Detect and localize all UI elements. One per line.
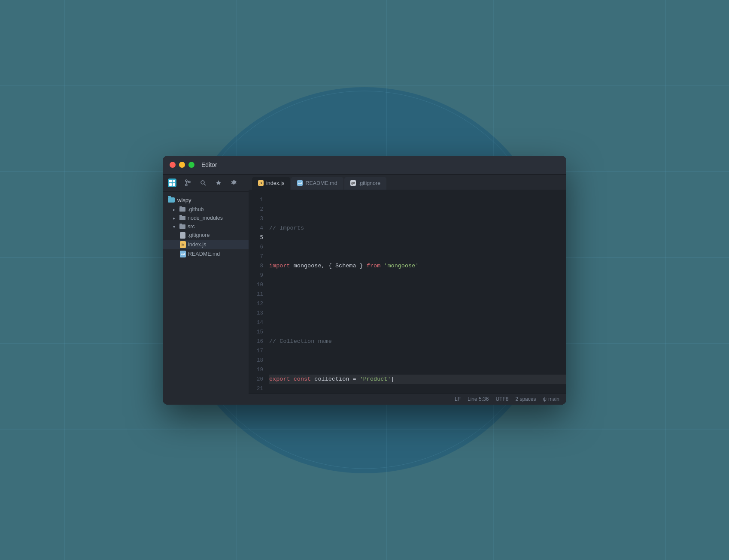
line-num-15: 15 [249, 327, 267, 337]
project-folder-icon [168, 197, 175, 203]
line-num-19: 19 [249, 365, 267, 375]
file-icon-readme: md [180, 251, 186, 257]
status-indent: 2 spaces [515, 396, 536, 402]
chevron-src [173, 224, 177, 229]
status-branch: ψ main [543, 396, 559, 402]
svg-point-15 [185, 180, 187, 182]
line-num-20: 20 [249, 375, 267, 384]
maximize-button[interactable] [188, 162, 194, 168]
line-num-7: 7 [249, 252, 267, 261]
sidebar: wispy .github node_modules [163, 175, 249, 405]
line-num-6: 6 [249, 242, 267, 252]
code-line-3 [269, 299, 566, 309]
line-num-5: 5 [249, 233, 267, 242]
folder-github-icon [179, 207, 185, 212]
git-icon[interactable] [183, 179, 192, 187]
line-num-9: 9 [249, 271, 267, 280]
svg-point-16 [185, 184, 187, 186]
tab-label-readme-md: README.md [305, 180, 337, 186]
close-button[interactable] [170, 162, 176, 168]
status-encoding: UTF8 [495, 396, 508, 402]
sidebar-item-readme[interactable]: md README.md [163, 249, 249, 259]
line-num-8: 8 [249, 261, 267, 271]
line-num-11: 11 [249, 290, 267, 299]
line-num-4: 4 [249, 224, 267, 233]
search-icon[interactable] [199, 179, 207, 187]
chevron-github [173, 207, 177, 212]
branch-icon: ψ [543, 396, 547, 402]
svg-rect-13 [169, 183, 172, 186]
sidebar-item-index-js[interactable]: js index.js [163, 240, 249, 249]
project-name: wispy [163, 195, 249, 205]
svg-rect-11 [169, 180, 172, 182]
minimize-button[interactable] [179, 162, 185, 168]
line-numbers: 1 2 3 4 5 6 7 8 9 10 11 12 13 14 15 16 1 [249, 190, 267, 394]
tab-icon-readme-md: md [297, 180, 303, 186]
status-line-ending: LF [455, 396, 461, 402]
line-num-3: 3 [249, 214, 267, 224]
sidebar-item-github[interactable]: .github [163, 205, 249, 214]
code-line-5: export const collection = 'Product'| [269, 375, 566, 384]
line-num-12: 12 [249, 299, 267, 309]
tab-label-index-js: index.js [266, 180, 284, 186]
line-num-1: 1 [249, 195, 267, 205]
editor-window: Editor [163, 156, 566, 405]
svg-rect-14 [173, 183, 175, 186]
title-bar: Editor [163, 156, 566, 175]
files-icon[interactable] [168, 179, 176, 187]
status-bar: LF Line 5:36 UTF8 2 spaces ψ main [249, 394, 566, 405]
tab-gitignore[interactable]: git .gitignore [344, 177, 386, 190]
status-cursor: Line 5:36 [468, 396, 489, 402]
svg-point-18 [201, 181, 204, 184]
line-num-14: 14 [249, 318, 267, 327]
line-num-2: 2 [249, 205, 267, 214]
code-line-2: import mongoose, { Schema } from 'mongoo… [269, 261, 566, 271]
sidebar-toolbar [163, 175, 249, 192]
code-area[interactable]: 1 2 3 4 5 6 7 8 9 10 11 12 13 14 15 16 1 [249, 190, 566, 394]
file-icon-index-js: js [180, 241, 186, 248]
code-line-4: // Collection name [269, 337, 566, 346]
code-content[interactable]: // Imports import mongoose, { Schema } f… [267, 190, 566, 394]
code-line-1: // Imports [269, 224, 566, 233]
editor-title: Editor [201, 161, 217, 168]
svg-line-19 [204, 184, 206, 185]
tab-label-gitignore: .gitignore [358, 180, 380, 186]
tab-index-js[interactable]: js index.js [252, 177, 290, 190]
tab-icon-gitignore: git [350, 180, 356, 186]
sidebar-files: wispy .github node_modules [163, 192, 249, 405]
sidebar-item-node-modules[interactable]: node_modules [163, 214, 249, 222]
editor-right: js index.js md README.md git .gitignore … [249, 175, 566, 405]
branch-name: main [548, 396, 559, 402]
sidebar-item-src[interactable]: src [163, 222, 249, 231]
line-num-10: 10 [249, 280, 267, 290]
folder-src-icon [179, 224, 185, 229]
line-num-16: 16 [249, 337, 267, 346]
settings-icon[interactable] [230, 179, 238, 187]
svg-rect-12 [173, 180, 175, 182]
line-num-13: 13 [249, 309, 267, 318]
line-num-18: 18 [249, 356, 267, 365]
tabs-bar: js index.js md README.md git .gitignore [249, 175, 566, 190]
tab-icon-index-js: js [258, 180, 264, 186]
folder-node-modules-icon [179, 216, 185, 220]
file-icon-gitignore [180, 232, 185, 239]
line-num-17: 17 [249, 346, 267, 356]
traffic-lights [170, 162, 194, 168]
line-num-21: 21 [249, 384, 267, 394]
chevron-node-modules [173, 216, 177, 220]
extensions-icon[interactable] [214, 179, 223, 187]
sidebar-item-gitignore[interactable]: .gitignore [163, 231, 249, 240]
editor-body: wispy .github node_modules [163, 175, 566, 405]
tab-readme-md[interactable]: md README.md [291, 177, 343, 190]
